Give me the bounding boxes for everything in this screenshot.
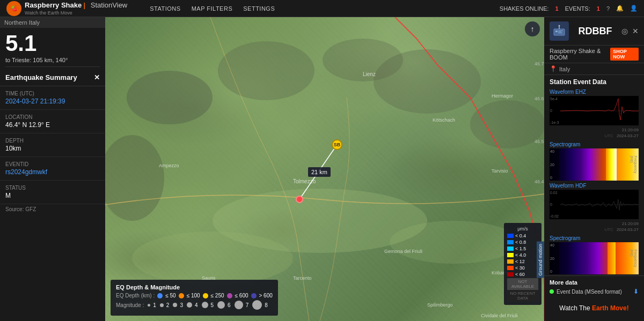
depth-250-label: ≤ 250 xyxy=(211,293,224,298)
spectrogram2-label: Spectrogram xyxy=(544,234,644,242)
waveform-ehz-date-val: 2024-03-27 xyxy=(617,133,639,138)
notification-icon[interactable]: 🔔 xyxy=(616,5,624,12)
time-value: 2024-03-27 21:19:39 xyxy=(5,98,100,105)
map-background: Lienz Ampezzo Kötschach Hermagor Tarvisi… xyxy=(105,17,544,321)
location-pin-icon: 📍 xyxy=(550,65,557,72)
eq-summary-header: Earthquake Summary ✕ xyxy=(0,69,105,86)
ground-motion-vertical-label: Ground motion xyxy=(537,242,544,278)
gm-color-0 xyxy=(507,234,514,238)
magnitude-box: 5.1 to Trieste: 105 km, 140° xyxy=(0,28,105,69)
waveform-hdf-date: UTC 2024-03-27 xyxy=(544,227,644,234)
close-panel-icon[interactable]: ✕ xyxy=(632,27,639,35)
svg-rect-35 xyxy=(558,31,563,31)
spec1-y-top: 40 xyxy=(550,150,559,153)
map-area[interactable]: Lienz Ampezzo Kötschach Hermagor Tarvisi… xyxy=(105,17,544,321)
event-data-dot xyxy=(550,289,554,294)
depth-dot-100 xyxy=(179,293,184,298)
download-icon[interactable]: ⬇ xyxy=(633,288,639,295)
station-header: RDBBF ◎ ✕ xyxy=(544,17,644,46)
depth-value: 10km xyxy=(5,145,100,152)
spec1-y-bot: 0 xyxy=(550,176,559,180)
region-label: Northern Italy xyxy=(0,17,105,28)
spec2-axis-label: Frequency (Hz) xyxy=(630,249,638,267)
depth-dot-over xyxy=(251,293,257,298)
nav-stations[interactable]: STATIONS xyxy=(144,5,186,12)
time-section: Time (UTC) 2024-03-27 21:19:39 xyxy=(0,86,105,110)
spec1-axis-label: Frequency (Hz) xyxy=(630,155,638,173)
depth-section: Depth 10km xyxy=(0,133,105,157)
spec2-spike xyxy=(608,242,616,274)
gm-title: μm/s xyxy=(507,226,538,232)
station-action-icons: ◎ ✕ xyxy=(621,27,639,35)
shop-now-button[interactable]: SHOP NOW xyxy=(610,48,639,61)
eq-summary-close[interactable]: ✕ xyxy=(94,73,100,81)
waveform-hdf-svg xyxy=(560,190,639,219)
depth-legend-label: EQ Depth (km) : xyxy=(116,293,155,298)
user-icon[interactable]: 👤 xyxy=(630,5,638,12)
gm-color-2 xyxy=(507,247,514,251)
waveform-hdf-chart: 0.02 0 -0.02 xyxy=(550,190,639,219)
depth-50-label: ≤ 50 xyxy=(165,293,175,298)
locate-icon[interactable]: ◎ xyxy=(621,27,628,35)
brand-name-label: Raspberry Shake & BOOM xyxy=(550,48,610,61)
waveform-ehz-y-bot: -1e-3 xyxy=(550,121,560,124)
shakes-online-count: 1 xyxy=(555,5,559,12)
gm-color-4 xyxy=(507,259,514,264)
svg-rect-36 xyxy=(558,32,561,32)
watch-text-area: Watch The Earth Move! xyxy=(544,300,644,316)
logo-area: 🍓 Raspberry Shake | StationView Watch th… xyxy=(0,1,134,16)
mag-2 xyxy=(160,303,164,307)
help-icon[interactable]: ? xyxy=(606,5,610,12)
depth-100-label: ≤ 100 xyxy=(187,293,200,298)
waveform-ehz-label: Waveform EHZ xyxy=(544,88,644,96)
more-data-title: More data xyxy=(550,279,639,286)
gm-label-4: < 12 xyxy=(515,259,525,264)
waveform-hdf-y-bot: -0.02 xyxy=(550,214,560,218)
waveform-hdf-y-labels: 0.02 0 -0.02 xyxy=(550,190,560,219)
brand-section: Raspberry Shake & BOOM SHOP NOW xyxy=(544,46,644,63)
gm-row-2: < 1.5 xyxy=(507,246,538,251)
time-label: Time (UTC) xyxy=(5,91,100,96)
spec2-y-mid: 20 xyxy=(550,257,559,260)
location-value: 46.4° N 12.9° E xyxy=(5,121,100,129)
location-section: Location 46.4° N 12.9° E xyxy=(0,110,105,133)
nav-map-filters[interactable]: MAP FILTERS xyxy=(186,5,238,12)
depth-label: Depth xyxy=(5,138,100,144)
gm-color-1 xyxy=(507,240,514,244)
epicenter-marker xyxy=(296,196,303,203)
depth-over-label: > 600 xyxy=(259,293,273,298)
event-data-label: Event Data (MSeed format) xyxy=(557,289,622,295)
nav-settings[interactable]: SETTINGS xyxy=(238,5,280,12)
waveform-hdf-y-mid: 0 xyxy=(550,203,560,206)
depth-600-label: ≤ 600 xyxy=(235,293,248,298)
north-arrow: ↑ xyxy=(525,21,540,36)
waveform-ehz-svg xyxy=(560,96,639,125)
spectrogram1-label: Spectrogram xyxy=(544,140,644,148)
no-recent-label: NO RECENT DATA xyxy=(507,290,538,302)
gm-label-2: < 1.5 xyxy=(515,246,526,251)
spec1-bg xyxy=(550,148,639,181)
watch-highlight: Earth Move! xyxy=(592,304,629,312)
station-icon xyxy=(550,21,569,41)
svg-point-33 xyxy=(559,25,560,27)
waveform-hdf-date-val: 2024-03-27 xyxy=(617,227,639,232)
mag-5 xyxy=(202,302,208,308)
waveform-ehz-y-labels: 5e-4 0 -1e-3 xyxy=(550,96,560,125)
spec1-y-mid: 20 xyxy=(550,163,559,167)
no-data-label: NOT AVAILABLE xyxy=(507,278,538,290)
location-section: 📍 Italy xyxy=(544,63,644,75)
left-panel: Northern Italy 5.1 to Trieste: 105 km, 1… xyxy=(0,17,105,321)
depth-dot-600 xyxy=(227,293,232,298)
station-svg-icon xyxy=(553,25,566,38)
station-event-data-title: Station Event Data xyxy=(544,75,644,88)
gm-row-0: < 0.4 xyxy=(507,233,538,238)
gm-row-6: < 60 xyxy=(507,272,538,277)
gm-color-6 xyxy=(507,272,514,277)
waveform-hdf-label: Waveform HDF xyxy=(544,182,644,190)
events-count: 1 xyxy=(597,5,600,12)
station-marker[interactable]: SB xyxy=(332,139,342,150)
mag-4 xyxy=(187,302,192,308)
location-label: Location xyxy=(5,114,100,120)
station-code-short: SB xyxy=(334,142,341,147)
gm-label-6: < 60 xyxy=(515,272,525,277)
